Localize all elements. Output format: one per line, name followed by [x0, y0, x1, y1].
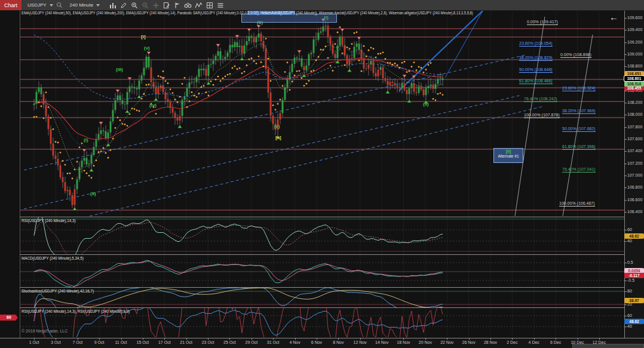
horizontal-scrollbar[interactable]: [572, 344, 644, 348]
binoculars-icon[interactable]: [183, 1, 192, 9]
elliott-wave-label[interactable]: (i): [84, 137, 88, 143]
time-tick-label: 18 Nov: [397, 340, 410, 344]
time-tick-label: 4 Nov: [289, 340, 300, 344]
fib-level-label[interactable]: 100.00% (107.878): [524, 113, 560, 118]
fib-level-label[interactable]: 76.40% (108.242): [524, 97, 557, 102]
indicator-wave-icon[interactable]: [194, 1, 203, 9]
price-tick-label: 108.800: [627, 64, 642, 68]
elliott-wave-label[interactable]: (iv): [149, 103, 157, 108]
price-tick-label: 109.200: [627, 40, 642, 44]
price-tick-label: 80: [627, 289, 632, 293]
fib-level-label[interactable]: 38.20% (107.969): [562, 109, 596, 114]
elliott-alternate-box[interactable]: [ii] Alternate #1: [493, 148, 523, 163]
panel-separator[interactable]: [20, 287, 624, 288]
time-tick-mark: [273, 338, 274, 340]
price-tick-label: 60: [627, 313, 632, 318]
add-icon[interactable]: [151, 1, 160, 9]
tab-chart[interactable]: Chart: [0, 0, 22, 10]
price-tick-label: 106.600: [627, 198, 642, 202]
chart-trader-icon[interactable]: [162, 1, 171, 9]
price-tick-label: 107.600: [627, 137, 642, 141]
search-icon[interactable]: [55, 1, 64, 9]
elliott-wave-label[interactable]: (iii): [116, 67, 123, 72]
elliott-wave-label[interactable]: [i]: [141, 34, 146, 39]
toolbar: Chart USDJPY 240 Minute: [0, 0, 644, 11]
grid-icon[interactable]: [205, 1, 214, 9]
time-tick-label: 7 Oct: [72, 340, 82, 344]
scroll-to-end-arrow[interactable]: ←: [609, 12, 618, 22]
time-tick-label: 20 Nov: [419, 340, 432, 344]
time-tick-label: 26 Nov: [462, 340, 476, 344]
fib-level-label[interactable]: 38.20% (108.829): [519, 56, 553, 61]
alert-level-marker: 60: [0, 315, 18, 321]
elliott-wave-label[interactable]: (c): [274, 124, 280, 129]
draw-icon[interactable]: [119, 1, 128, 9]
time-tick-label: 14 Nov: [375, 340, 388, 344]
time-tick-mark: [512, 338, 513, 340]
time-tick-label: 1 Oct: [29, 340, 39, 344]
interval-label: 240 Minute: [70, 2, 94, 8]
alert-flag-icon[interactable]: [173, 1, 182, 9]
time-tick-label: 11 Oct: [115, 340, 127, 344]
time-tick-label: 8 Nov: [333, 340, 344, 344]
time-tick-mark: [534, 338, 535, 340]
elliott-wave-label[interactable]: (v): [144, 45, 150, 51]
price-tick-label: 107.000: [627, 173, 642, 177]
fib-level-label[interactable]: 50.00% (107.682): [562, 127, 596, 132]
alt-box-text: Alternate #1: [494, 154, 523, 158]
price-tick-label: 108.000: [627, 112, 642, 116]
zoom-in-icon[interactable]: [130, 1, 139, 9]
indicator-value-marker: 48.62: [624, 233, 644, 239]
time-tick-label: 25 Oct: [223, 340, 236, 344]
price-tick-mark: [624, 263, 627, 263]
instrument-selector[interactable]: USDJPY: [27, 2, 53, 8]
fib-level-label[interactable]: 0.00% (109.417): [527, 20, 558, 25]
price-tick-mark: [624, 212, 627, 213]
panel-separator[interactable]: [20, 307, 624, 308]
indicator-value-marker: -0.117: [624, 273, 644, 278]
time-tick-mark: [447, 338, 447, 340]
time-tick-label: 28 Nov: [484, 340, 497, 344]
time-tick-label: 23 Oct: [202, 340, 214, 344]
interval-selector[interactable]: 240 Minute: [70, 2, 100, 8]
copyright-text: © 2019 NinjaTrader, LLC: [22, 329, 68, 333]
price-tick-label: 109.600: [627, 16, 642, 20]
time-tick-label: 12 Nov: [354, 340, 367, 344]
price-tick-mark: [624, 151, 627, 152]
elliott-wave-label[interactable]: (ii): [423, 101, 429, 107]
price-tick-mark: [624, 66, 627, 67]
time-tick-mark: [599, 338, 600, 340]
price-tick-label: 40: [627, 239, 632, 243]
time-tick-label: 6 Dec: [550, 340, 561, 344]
fib-level-label[interactable]: 61.80% (107.396): [562, 144, 596, 150]
zoom-out-icon[interactable]: [140, 1, 149, 9]
indicator-panel-label[interactable]: RSI(USDJPY (240 Minute),14,3), RSI(USDJP…: [22, 309, 130, 313]
fib-level-label[interactable]: 76.40% (107.041): [562, 167, 596, 173]
fib-level-label[interactable]: 61.80% (108.466): [519, 79, 553, 84]
bar-type-icon[interactable]: [108, 1, 117, 9]
price-marker: 108.601: [624, 76, 644, 81]
menu-list-icon[interactable]: [216, 1, 225, 9]
time-tick-mark: [338, 338, 339, 340]
indicator-label-line[interactable]: EMA(USDJPY (240 Minute),50), EMA(USDJPY …: [22, 11, 513, 15]
price-tick-label: 107.200: [627, 161, 642, 165]
fib-level-label[interactable]: 0.00% (108.898): [560, 53, 591, 58]
indicator-panel-label[interactable]: MACD(USDJPY (240 Minute),5,34,5): [22, 256, 84, 260]
indicator-label-highlight[interactable]: 2,0.02), HeikenAshi8(USDJPY: [247, 11, 295, 15]
time-tick-mark: [121, 338, 122, 340]
fib-level-label[interactable]: 100.00% (106.467): [559, 201, 595, 207]
indicator-label-post: (240 Minute)), Wiseman fractal(USDJPY (2…: [295, 11, 473, 15]
indicator-panel-label[interactable]: Stochastics(USDJPY (240 Minute),42,16,7): [22, 289, 94, 293]
panel-separator[interactable]: [20, 217, 624, 217]
time-tick-label: 22 Nov: [440, 340, 453, 344]
price-tick-label: 108.200: [627, 100, 642, 104]
elliott-wave-label[interactable]: [a]: [275, 135, 281, 140]
panel-separator[interactable]: [20, 254, 624, 255]
time-tick-label: 6 Nov: [311, 340, 322, 344]
price-tick-label: 109.400: [627, 27, 642, 32]
elliott-wave-label[interactable]: (ii): [90, 191, 96, 196]
fib-level-label[interactable]: 50.00% (108.648): [519, 67, 553, 73]
fib-level-label[interactable]: 23.60% (108.324): [562, 86, 596, 91]
indicator-panel-label[interactable]: RSI(USDJPY (240 Minute),14,3): [22, 218, 76, 223]
fib-level-label[interactable]: 23.60% (109.054): [519, 41, 553, 47]
